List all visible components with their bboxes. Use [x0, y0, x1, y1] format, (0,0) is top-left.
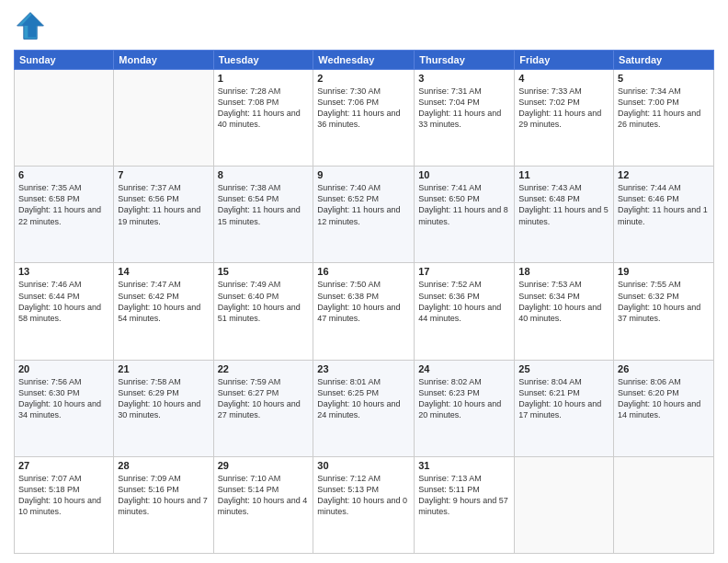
- day-content: Sunrise: 8:06 AM: [618, 376, 710, 387]
- day-number: 22: [218, 363, 310, 374]
- day-content: Sunrise: 7:50 AM: [317, 279, 410, 290]
- week-row-5: 27Sunrise: 7:07 AMSunset: 5:18 PMDayligh…: [15, 456, 714, 553]
- day-cell: 26Sunrise: 8:06 AMSunset: 6:20 PMDayligh…: [614, 360, 714, 456]
- day-content: Daylight: 10 hours and 51 minutes.: [218, 302, 310, 324]
- day-cell: 28Sunrise: 7:09 AMSunset: 5:16 PMDayligh…: [114, 456, 213, 553]
- day-content: Sunrise: 7:35 AM: [18, 182, 109, 193]
- day-number: 16: [317, 266, 410, 277]
- day-content: Daylight: 9 hours and 57 minutes.: [418, 495, 510, 517]
- day-content: Sunrise: 7:33 AM: [518, 86, 609, 97]
- day-content: Sunset: 6:56 PM: [118, 193, 209, 204]
- day-cell: 2Sunrise: 7:30 AMSunset: 7:06 PMDaylight…: [313, 70, 415, 167]
- day-content: Daylight: 10 hours and 4 minutes.: [218, 495, 310, 517]
- day-content: Sunset: 6:27 PM: [218, 387, 310, 398]
- day-content: Daylight: 11 hours and 40 minutes.: [218, 108, 310, 130]
- day-content: Daylight: 11 hours and 29 minutes.: [518, 108, 609, 130]
- day-content: Daylight: 10 hours and 10 minutes.: [18, 495, 109, 517]
- day-content: Sunrise: 7:37 AM: [118, 182, 209, 193]
- day-content: Sunrise: 7:46 AM: [18, 279, 109, 290]
- day-cell: 4Sunrise: 7:33 AMSunset: 7:02 PMDaylight…: [515, 70, 614, 167]
- day-content: Daylight: 10 hours and 40 minutes.: [518, 302, 609, 324]
- day-number: 13: [18, 266, 109, 277]
- day-number: 20: [18, 363, 109, 374]
- day-cell: 10Sunrise: 7:41 AMSunset: 6:50 PMDayligh…: [415, 167, 515, 263]
- day-content: Sunset: 5:14 PM: [218, 484, 310, 495]
- day-content: Daylight: 11 hours and 33 minutes.: [418, 108, 510, 130]
- col-header-wednesday: Wednesday: [313, 51, 415, 70]
- day-number: 19: [618, 266, 710, 277]
- day-cell: 31Sunrise: 7:13 AMSunset: 5:11 PMDayligh…: [415, 456, 515, 553]
- day-content: Sunrise: 7:10 AM: [218, 473, 310, 484]
- calendar-header-row: SundayMondayTuesdayWednesdayThursdayFrid…: [15, 51, 714, 70]
- day-number: 24: [418, 363, 510, 374]
- day-content: Daylight: 11 hours and 36 minutes.: [317, 108, 410, 130]
- day-content: Daylight: 11 hours and 22 minutes.: [18, 204, 109, 226]
- day-number: 10: [418, 169, 510, 180]
- day-content: Daylight: 10 hours and 14 minutes.: [618, 398, 710, 420]
- day-content: Sunset: 6:46 PM: [618, 193, 710, 204]
- day-content: Sunrise: 7:55 AM: [618, 279, 710, 290]
- day-cell: 13Sunrise: 7:46 AMSunset: 6:44 PMDayligh…: [15, 263, 114, 360]
- col-header-sunday: Sunday: [15, 51, 114, 70]
- day-content: Daylight: 10 hours and 7 minutes.: [118, 495, 209, 517]
- day-content: Daylight: 11 hours and 5 minutes.: [518, 204, 609, 226]
- day-content: Sunset: 6:38 PM: [317, 291, 410, 302]
- day-number: 23: [317, 363, 410, 374]
- day-content: Sunrise: 7:34 AM: [618, 86, 710, 97]
- day-content: Sunset: 6:44 PM: [18, 291, 109, 302]
- day-content: Daylight: 10 hours and 27 minutes.: [218, 398, 310, 420]
- day-content: Daylight: 10 hours and 54 minutes.: [118, 302, 209, 324]
- day-number: 8: [218, 169, 310, 180]
- day-content: Sunrise: 7:41 AM: [418, 182, 510, 193]
- day-content: Daylight: 10 hours and 30 minutes.: [118, 398, 209, 420]
- day-content: Sunrise: 7:07 AM: [18, 473, 109, 484]
- day-content: Sunrise: 7:13 AM: [418, 473, 510, 484]
- day-number: 6: [18, 169, 109, 180]
- day-content: Sunrise: 7:43 AM: [518, 182, 609, 193]
- day-cell: 9Sunrise: 7:40 AMSunset: 6:52 PMDaylight…: [313, 167, 415, 263]
- day-content: Sunset: 6:54 PM: [218, 193, 310, 204]
- day-cell: 27Sunrise: 7:07 AMSunset: 5:18 PMDayligh…: [15, 456, 114, 553]
- day-content: Daylight: 10 hours and 0 minutes.: [317, 495, 410, 517]
- day-content: Sunset: 6:52 PM: [317, 193, 410, 204]
- day-number: 25: [518, 363, 609, 374]
- day-content: Sunset: 6:48 PM: [518, 193, 609, 204]
- day-number: 28: [118, 460, 209, 471]
- day-number: 7: [118, 169, 209, 180]
- day-content: Daylight: 10 hours and 47 minutes.: [317, 302, 410, 324]
- col-header-thursday: Thursday: [415, 51, 515, 70]
- day-content: Sunrise: 8:02 AM: [418, 376, 510, 387]
- day-cell: 17Sunrise: 7:52 AMSunset: 6:36 PMDayligh…: [415, 263, 515, 360]
- day-content: Sunrise: 7:31 AM: [418, 86, 510, 97]
- day-content: Sunset: 7:02 PM: [518, 97, 609, 108]
- header: [14, 9, 714, 42]
- logo: [14, 9, 51, 42]
- day-cell: 29Sunrise: 7:10 AMSunset: 5:14 PMDayligh…: [213, 456, 313, 553]
- day-content: Daylight: 11 hours and 15 minutes.: [218, 204, 310, 226]
- day-content: Sunset: 6:50 PM: [418, 193, 510, 204]
- day-content: Sunrise: 7:49 AM: [218, 279, 310, 290]
- day-cell: 19Sunrise: 7:55 AMSunset: 6:32 PMDayligh…: [614, 263, 714, 360]
- day-content: Sunset: 6:40 PM: [218, 291, 310, 302]
- day-number: 11: [518, 169, 609, 180]
- day-content: Sunrise: 7:52 AM: [418, 279, 510, 290]
- day-cell: 23Sunrise: 8:01 AMSunset: 6:25 PMDayligh…: [313, 360, 415, 456]
- day-cell: 25Sunrise: 8:04 AMSunset: 6:21 PMDayligh…: [515, 360, 614, 456]
- day-cell: 6Sunrise: 7:35 AMSunset: 6:58 PMDaylight…: [15, 167, 114, 263]
- day-content: Sunrise: 7:59 AM: [218, 376, 310, 387]
- day-number: 17: [418, 266, 510, 277]
- day-cell: [515, 456, 614, 553]
- day-content: Sunrise: 7:30 AM: [317, 86, 410, 97]
- day-number: 27: [18, 460, 109, 471]
- day-content: Sunset: 6:29 PM: [118, 387, 209, 398]
- day-content: Daylight: 10 hours and 34 minutes.: [18, 398, 109, 420]
- day-cell: [614, 456, 714, 553]
- day-content: Sunset: 5:16 PM: [118, 484, 209, 495]
- calendar-table: SundayMondayTuesdayWednesdayThursdayFrid…: [14, 50, 714, 554]
- page: SundayMondayTuesdayWednesdayThursdayFrid…: [0, 0, 728, 563]
- week-row-2: 6Sunrise: 7:35 AMSunset: 6:58 PMDaylight…: [15, 167, 714, 263]
- day-content: Sunrise: 7:56 AM: [18, 376, 109, 387]
- day-content: Sunrise: 7:38 AM: [218, 182, 310, 193]
- day-cell: 5Sunrise: 7:34 AMSunset: 7:00 PMDaylight…: [614, 70, 714, 167]
- day-cell: 14Sunrise: 7:47 AMSunset: 6:42 PMDayligh…: [114, 263, 213, 360]
